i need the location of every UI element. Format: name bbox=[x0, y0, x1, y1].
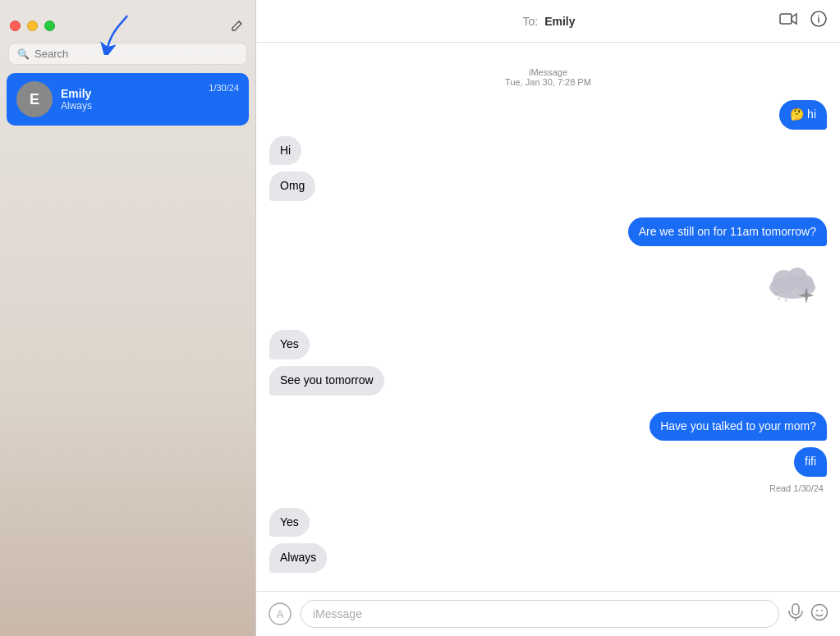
sidebar: 🔍 E Emily Always 1/30/24 bbox=[0, 0, 256, 636]
message-row: Hi bbox=[269, 136, 827, 166]
info-icon[interactable] bbox=[810, 11, 827, 31]
message-row: Have you talked to your mom? bbox=[269, 412, 827, 442]
message-bubble-always: Always bbox=[269, 543, 327, 573]
message-row: fifi bbox=[269, 447, 827, 477]
svg-point-9 bbox=[785, 299, 787, 301]
message-input[interactable]: iMessage bbox=[301, 600, 779, 628]
conv-date: 1/30/24 bbox=[209, 83, 239, 93]
message-row: Yes bbox=[269, 330, 827, 359]
cloud-sticker-svg bbox=[761, 253, 827, 314]
compose-button[interactable] bbox=[229, 17, 246, 34]
service-label: iMessage bbox=[269, 67, 827, 77]
arrow-indicator bbox=[99, 14, 131, 55]
sticker bbox=[761, 254, 827, 312]
message-bubble: Yes bbox=[269, 508, 310, 538]
svg-point-2 bbox=[818, 16, 819, 17]
conversation-item-emily[interactable]: E Emily Always 1/30/24 bbox=[7, 73, 249, 126]
emoji-icon[interactable] bbox=[810, 603, 829, 625]
input-placeholder: iMessage bbox=[313, 607, 362, 620]
message-bubble-fifi: fifi bbox=[794, 447, 827, 477]
svg-point-6 bbox=[797, 275, 814, 291]
maximize-button[interactable] bbox=[44, 21, 55, 31]
minimize-button[interactable] bbox=[27, 21, 38, 31]
message-bubble: Omg bbox=[269, 172, 315, 201]
messages-area: iMessage Tue, Jan 30, 7:28 PM 🤔 hi Hi Om… bbox=[256, 43, 840, 591]
timestamp-label: Tue, Jan 30, 7:28 PM bbox=[269, 77, 827, 87]
message-row: Yes bbox=[269, 508, 827, 538]
message-bubble: Are we still on for 11am tomorrow? bbox=[628, 217, 827, 247]
main-chat: To: Emily iMessage Tue, Jan 30 bbox=[256, 0, 840, 636]
svg-point-13 bbox=[812, 604, 828, 620]
chat-header: To: Emily bbox=[256, 0, 840, 43]
input-right-icons bbox=[787, 603, 829, 625]
read-receipt: Read 1/30/24 bbox=[269, 483, 827, 493]
search-input[interactable] bbox=[34, 48, 238, 60]
conv-preview: Always bbox=[61, 100, 209, 112]
imessage-timestamp: iMessage Tue, Jan 30, 7:28 PM bbox=[269, 67, 827, 87]
traffic-lights bbox=[10, 21, 55, 31]
conversation-list: E Emily Always 1/30/24 bbox=[0, 73, 255, 636]
search-container: 🔍 bbox=[0, 43, 255, 73]
message-bubble: Yes bbox=[269, 330, 310, 359]
to-label: To: bbox=[522, 15, 538, 28]
close-button[interactable] bbox=[10, 21, 21, 31]
message-bubble: 🤔 hi bbox=[779, 100, 827, 130]
video-call-icon[interactable] bbox=[779, 12, 797, 30]
apps-button[interactable]: A bbox=[268, 602, 292, 626]
message-bubble-see-you-tomorrow: See you tomorrow bbox=[269, 366, 384, 396]
message-row: Omg bbox=[269, 172, 827, 201]
audio-icon[interactable] bbox=[787, 603, 804, 625]
message-bubble: Have you talked to your mom? bbox=[650, 412, 827, 442]
search-icon: 🔍 bbox=[17, 48, 30, 60]
svg-point-8 bbox=[778, 297, 781, 300]
recipient-name: Emily bbox=[544, 15, 575, 28]
input-area: A iMessage bbox=[256, 591, 840, 636]
chat-header-center: To: Emily bbox=[522, 15, 575, 28]
sticker-container bbox=[269, 254, 827, 312]
message-row: Always bbox=[269, 543, 827, 573]
message-row: 🤔 hi bbox=[269, 100, 827, 130]
conv-info: Emily Always bbox=[61, 87, 209, 112]
message-row: Are we still on for 11am tomorrow? bbox=[269, 217, 827, 247]
message-bubble: Hi bbox=[269, 136, 301, 166]
avatar: E bbox=[16, 81, 53, 117]
header-icons bbox=[779, 11, 827, 31]
svg-point-14 bbox=[816, 610, 818, 611]
conv-name: Emily bbox=[61, 87, 209, 100]
svg-rect-12 bbox=[792, 604, 799, 615]
svg-text:A: A bbox=[277, 608, 284, 620]
message-row: See you tomorrow bbox=[269, 366, 827, 396]
svg-rect-0 bbox=[780, 14, 792, 24]
svg-point-15 bbox=[821, 610, 823, 611]
svg-point-7 bbox=[774, 292, 778, 295]
